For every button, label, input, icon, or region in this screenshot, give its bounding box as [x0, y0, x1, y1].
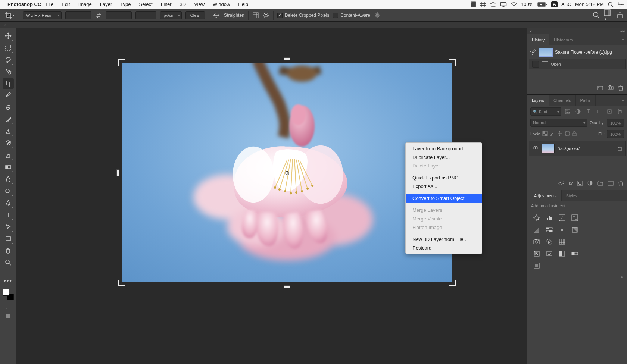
panel-menu-icon[interactable]: ≡	[622, 38, 624, 42]
crop-overlay-icon[interactable]	[252, 12, 259, 19]
crop-preset-dropdown[interactable]: W x H x Reso...	[23, 11, 62, 19]
link-layers-icon[interactable]	[558, 181, 564, 188]
history-step-checkbox[interactable]	[532, 61, 539, 68]
quick-select-tool[interactable]	[3, 66, 14, 77]
crop-height-input[interactable]	[106, 11, 132, 19]
ctx-postcard[interactable]: Postcard	[406, 244, 482, 252]
history-doc-thumb[interactable]	[539, 48, 553, 57]
panel-menu-icon[interactable]: ≡	[622, 194, 624, 198]
exposure-icon[interactable]	[570, 213, 580, 222]
color-balance-icon[interactable]	[557, 225, 567, 234]
crop-handle-tr[interactable]	[449, 59, 456, 66]
ime-label[interactable]: ABC	[561, 1, 571, 7]
layer-filter-dropdown[interactable]: Kind	[530, 107, 561, 116]
opacity-input[interactable]: 100%	[607, 119, 624, 127]
blend-mode-dropdown[interactable]: Normal	[530, 119, 587, 127]
panel-menu-icon[interactable]: ≡	[622, 98, 624, 103]
crop-width-input[interactable]	[65, 11, 91, 19]
history-brush-toggle-icon[interactable]	[530, 49, 536, 56]
straighten-label[interactable]: Straighten	[224, 13, 244, 18]
menu-help[interactable]: Help	[238, 1, 248, 7]
history-brush-tool[interactable]	[3, 138, 14, 148]
move-tool[interactable]	[3, 31, 14, 41]
new-snapshot-icon[interactable]	[597, 85, 603, 92]
fg-bg-color-swatch[interactable]	[3, 289, 14, 300]
posterize-icon[interactable]	[545, 249, 554, 258]
styles-tab[interactable]: Styles	[562, 190, 582, 201]
hue-sat-icon[interactable]	[545, 225, 554, 234]
crop-options-gear-icon[interactable]	[263, 12, 269, 19]
cc-cloud-icon[interactable]	[490, 2, 496, 7]
layer-group-icon[interactable]	[597, 181, 603, 188]
workspace-switcher-icon[interactable]: ▾	[604, 9, 613, 21]
filter-shape-icon[interactable]	[595, 107, 603, 116]
curves-icon[interactable]	[557, 213, 567, 222]
fill-input[interactable]: 100%	[607, 130, 624, 138]
ime-badge[interactable]: A	[551, 1, 558, 7]
threshold-icon[interactable]	[557, 249, 567, 258]
eyedropper-tool[interactable]	[3, 90, 14, 101]
menu-edit[interactable]: Edit	[62, 1, 70, 7]
crop-handle-bl[interactable]	[118, 280, 125, 286]
adjustments-close-icon[interactable]: ×	[621, 275, 623, 279]
lock-all-icon[interactable]	[572, 131, 577, 137]
crop-tool[interactable]	[3, 78, 14, 89]
menu-filter[interactable]: Filter	[161, 1, 172, 7]
selective-color-icon[interactable]	[532, 261, 542, 270]
layer-mask-icon[interactable]	[577, 181, 583, 188]
gradient-tool[interactable]	[3, 162, 14, 172]
layer-fx-icon[interactable]: fx	[569, 181, 573, 188]
trash-icon[interactable]	[618, 85, 623, 92]
layer-row-background[interactable]: Background	[529, 141, 626, 156]
ctx-new-3d-layer-from-file[interactable]: New 3D Layer from File...	[406, 235, 482, 244]
reset-crop-icon[interactable]	[374, 12, 381, 19]
history-tab[interactable]: History	[527, 34, 549, 46]
ctx-layer-from-background[interactable]: Layer from Background...	[406, 144, 482, 153]
clone-stamp-tool[interactable]	[3, 126, 14, 136]
histogram-tab[interactable]: Histogram	[549, 34, 577, 46]
adjustments-tab[interactable]: Adjustments	[527, 190, 562, 201]
crop-handle-left[interactable]	[117, 170, 119, 176]
screen-mode-icon[interactable]	[6, 314, 10, 318]
type-tool[interactable]	[3, 210, 14, 220]
hand-tool[interactable]	[3, 245, 14, 256]
lock-position-icon[interactable]	[557, 131, 562, 137]
battery-icon[interactable]	[537, 2, 548, 7]
edit-toolbar-icon[interactable]: •••	[3, 276, 14, 286]
menu-layer[interactable]: Layer	[100, 1, 112, 7]
adjustment-layer-icon[interactable]	[587, 181, 593, 188]
lock-artboard-icon[interactable]	[565, 131, 570, 137]
airplay-icon[interactable]	[500, 2, 507, 7]
ctx-duplicate-layer[interactable]: Duplicate Layer...	[406, 153, 482, 161]
new-layer-icon[interactable]	[608, 181, 614, 188]
content-aware-checkbox[interactable]: Content-Aware	[333, 13, 370, 18]
filter-pixel-icon[interactable]	[564, 107, 572, 116]
layer-name[interactable]: Background	[558, 146, 615, 151]
crop-units-dropdown[interactable]: px/cm	[160, 11, 181, 19]
spotlight-icon[interactable]	[608, 1, 614, 7]
gradient-map-icon[interactable]	[570, 249, 580, 258]
dropbox-icon[interactable]	[480, 1, 486, 7]
share-icon[interactable]	[617, 12, 623, 19]
menu-type[interactable]: Type	[120, 1, 131, 7]
marquee-tool[interactable]	[3, 43, 14, 53]
rectangle-tool[interactable]	[3, 233, 14, 244]
zoom-tool[interactable]	[3, 257, 14, 268]
layer-lock-icon[interactable]	[618, 145, 622, 151]
quickmask-screenmode[interactable]	[6, 305, 10, 309]
brush-tool[interactable]	[3, 114, 14, 125]
ctx-convert-to-smart-object[interactable]: Convert to Smart Object	[406, 194, 482, 203]
invert-icon[interactable]	[532, 249, 542, 258]
camera-icon[interactable]	[608, 85, 614, 92]
menu-window[interactable]: Window	[213, 1, 230, 7]
path-select-tool[interactable]	[3, 222, 14, 232]
filter-adjust-icon[interactable]	[574, 107, 582, 116]
wifi-icon[interactable]	[511, 2, 517, 7]
menubar-icon-1[interactable]: ⬛	[470, 1, 476, 7]
ctx-export-as[interactable]: Export As...	[406, 182, 482, 191]
menu-3d[interactable]: 3D	[180, 1, 186, 7]
channel-mixer-icon[interactable]	[545, 237, 554, 246]
blur-tool[interactable]	[3, 174, 14, 184]
dodge-tool[interactable]	[3, 186, 14, 196]
photo-filter-icon[interactable]	[532, 237, 542, 246]
